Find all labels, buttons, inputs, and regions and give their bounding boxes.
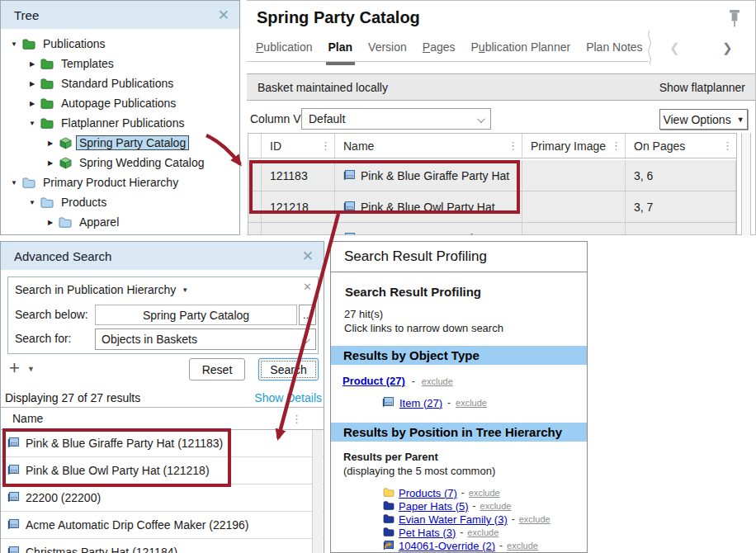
column-menu-icon[interactable]: ⋮ (611, 139, 621, 152)
parent-link[interactable]: Pet Hats (3) (399, 527, 456, 539)
close-icon[interactable]: ✕ (218, 8, 229, 22)
row-selector-header[interactable] (248, 134, 262, 158)
parent-row: Paper Hats (5) - exclude (331, 499, 587, 513)
show-flatplanner-link[interactable]: Show flatplanner (659, 81, 755, 94)
exclude-link[interactable]: exclude (507, 541, 538, 551)
reset-button[interactable]: Reset (189, 358, 245, 380)
tree-item-templates[interactable]: ▶ Templates (1, 54, 239, 73)
search-below-input[interactable] (95, 305, 297, 325)
tree-item-publications[interactable]: ▼ Publications (1, 34, 239, 54)
tree-item-label: Products (58, 195, 110, 210)
table-row[interactable]: 121183 Pink & Blue Giraffe Party Hat 3, … (248, 160, 736, 191)
parent-link[interactable]: Evian Water Family (3) (399, 513, 508, 526)
tree-item-label: Templates (58, 56, 117, 71)
item-icon (7, 437, 20, 450)
exclude-link[interactable]: exclude (519, 514, 550, 524)
column-menu-icon[interactable]: ⋮ (722, 139, 733, 152)
parent-link[interactable]: Products (7) (399, 487, 457, 499)
column-view-row: Column View: Default View Options ▼ (247, 107, 755, 130)
search-for-select[interactable]: Objects in Baskets (95, 328, 316, 350)
show-details-link[interactable]: Show Details (254, 391, 322, 404)
exclude-link[interactable]: exclude (469, 488, 500, 498)
folder-darkblue-icon (383, 513, 395, 526)
folder-green-icon (22, 39, 35, 50)
tree-item-label: Standard Publications (58, 76, 177, 91)
expand-icon[interactable]: ▶ (24, 100, 40, 107)
collapse-icon[interactable]: ▼ (24, 199, 40, 206)
tree-item-primary-product-hierarchy[interactable]: ▼ Primary Product Hierarchy (1, 173, 239, 192)
folder-yellow-icon (383, 487, 395, 499)
hit-count: 27 hit(s) (344, 308, 587, 320)
folder-blue-icon (40, 197, 54, 208)
tree-item-flatplanner-publications[interactable]: ▼ Flatplanner Publications (1, 113, 239, 133)
remove-criteria-icon[interactable]: ✕ (303, 281, 312, 293)
view-options-button[interactable]: View Options ▼ (659, 109, 748, 130)
column-header-on-pages[interactable]: On Pages⋮ (626, 134, 736, 158)
expand-icon[interactable]: ▶ (24, 60, 40, 68)
collapse-icon[interactable]: ▼ (24, 120, 40, 127)
add-criteria-caret-icon[interactable]: ▼ (27, 365, 35, 373)
column-menu-icon[interactable]: ⋮ (320, 139, 331, 152)
search-for-label: Search for: (15, 332, 71, 345)
result-row[interactable]: Acme Automatic Drip Coffee Maker (22196) (1, 512, 324, 539)
column-menu-icon[interactable]: ⋮ (291, 413, 302, 425)
parents-list: Products (7) - exclude Paper Hats (5) - … (331, 486, 587, 552)
exclude-link[interactable]: exclude (467, 527, 498, 537)
results-per-parent-title: Results per Parent (343, 451, 587, 463)
tree-item-apparel[interactable]: ▶ Apparel (1, 212, 239, 232)
item-icon (343, 169, 356, 182)
column-header-id[interactable]: ID⋮ (262, 134, 335, 158)
override-icon (383, 540, 395, 552)
item-icon (382, 396, 395, 409)
results-scrollbar[interactable] (312, 430, 323, 553)
tree-item-spring-wedding-catalog[interactable]: ▶ Spring Wedding Catalog (1, 153, 239, 173)
search-button[interactable]: Search (258, 358, 319, 380)
parent-row: 104061-Override (2) - exclude (331, 539, 587, 552)
pin-icon[interactable] (727, 7, 742, 34)
search-scope-dropdown[interactable]: Search in Publication Hierarchy ▼ (15, 283, 188, 296)
table-row[interactable]: 121218 Pink & Blue Owl Party Hat 3, 7 (248, 191, 736, 223)
browse-button[interactable]: … (299, 305, 316, 325)
add-criteria-button[interactable]: + (9, 357, 20, 379)
chevron-left-icon[interactable]: ❮ (669, 40, 680, 55)
product-link[interactable]: Product (27) (343, 375, 405, 387)
catalog-panel: Spring Party Catalog Publication Plan Ve… (247, 0, 756, 235)
result-row[interactable]: 22200 (22200) (1, 484, 324, 512)
tree-item-autopage-publications[interactable]: ▶ Autopage Publications (1, 93, 239, 113)
item-icon (343, 201, 356, 214)
parent-link[interactable]: 104061-Override (2) (399, 540, 495, 552)
results-header[interactable]: Name ⋮ (1, 407, 324, 430)
chevron-right-icon[interactable]: ❯ (722, 40, 733, 55)
tree-item-label: Autopage Publications (58, 96, 179, 111)
folder-blue-icon (22, 177, 35, 188)
result-row-clipped[interactable]: Christmas Party Hat (121184) (1, 539, 324, 553)
exclude-link[interactable]: exclude (480, 501, 512, 511)
table-scrollbar[interactable] (741, 133, 751, 235)
exclude-link[interactable]: exclude (456, 398, 487, 408)
chevron-down-icon (302, 335, 310, 343)
tree-item-products[interactable]: ▼ Products (1, 192, 239, 212)
column-header-primary-image[interactable]: Primary Image⋮ (522, 134, 626, 158)
parent-link[interactable]: Paper Hats (5) (399, 500, 469, 513)
tree-item-spring-party-catalog[interactable]: ▶ Spring Party Catalog (1, 133, 239, 153)
expand-icon[interactable]: ▶ (42, 219, 59, 226)
column-menu-icon[interactable]: ⋮ (508, 139, 518, 152)
folder-darkblue-icon (383, 500, 395, 513)
item-link[interactable]: Item (27) (399, 397, 442, 409)
expand-icon[interactable]: ▶ (42, 139, 59, 147)
collapse-icon[interactable]: ▼ (6, 40, 22, 48)
result-row[interactable]: Pink & Blue Owl Party Hat (121218) (1, 457, 324, 484)
folder-darkblue-icon (383, 527, 395, 539)
column-view-select[interactable]: Default (301, 108, 491, 130)
exclude-link[interactable]: exclude (422, 376, 453, 386)
result-row[interactable]: Pink & Blue Giraffe Party Hat (121183) (1, 430, 324, 457)
expand-icon[interactable]: ▶ (24, 80, 40, 87)
expand-icon[interactable]: ▶ (42, 159, 59, 167)
tree-item-standard-publications[interactable]: ▶ Standard Publications (1, 73, 239, 93)
parent-row: Pet Hats (3) - exclude (331, 526, 587, 539)
table-row-clipped[interactable]: 20001 20001 AA Battery 2 Pk (248, 223, 736, 235)
close-icon[interactable]: ✕ (302, 249, 314, 263)
column-header-name[interactable]: Name⋮ (335, 134, 522, 158)
collapse-icon[interactable]: ▼ (6, 179, 22, 187)
advanced-search-panel: Advanced Search ✕ Search in Publication … (0, 241, 324, 553)
